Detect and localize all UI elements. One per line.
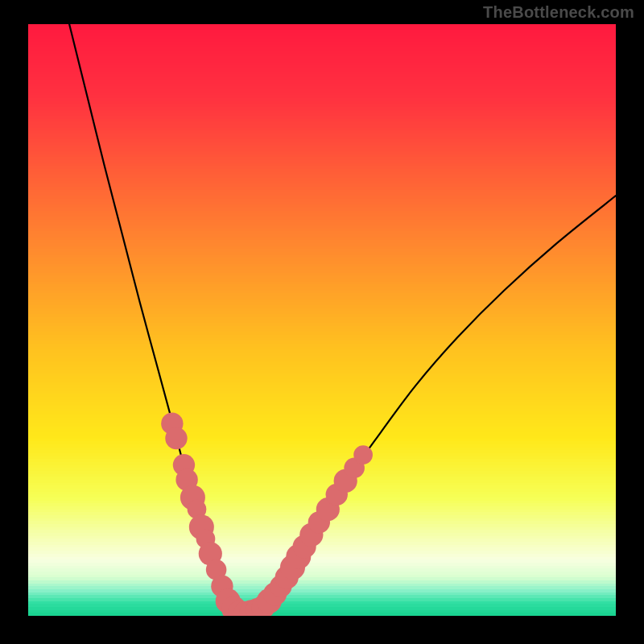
highlight-dot [353,445,373,464]
bottleneck-curve [69,24,616,613]
chart-frame: TheBottleneck.com [0,0,644,644]
watermark-label: TheBottleneck.com [483,3,634,22]
chart-svg [28,24,616,616]
highlight-dot [165,427,187,449]
highlight-dots [161,412,373,616]
plot-area [28,24,616,616]
